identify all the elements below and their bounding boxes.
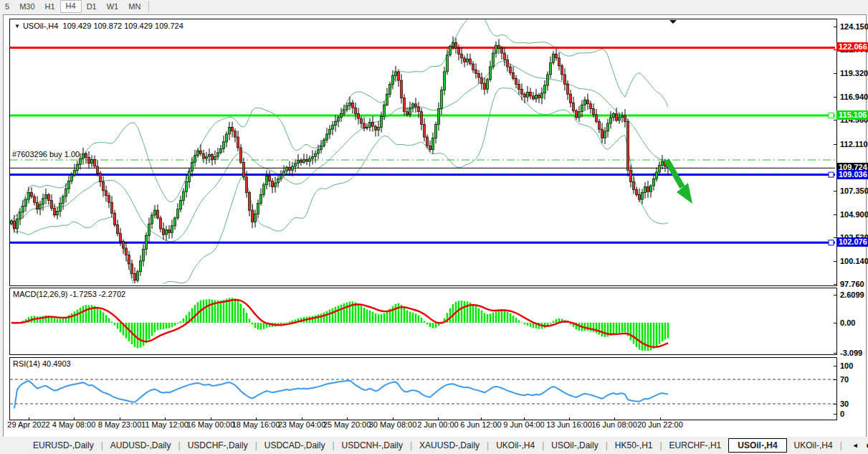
tab-usdcnhdaily[interactable]: USDCNH-,Daily (335, 439, 410, 452)
time-label: 16 Jun 08:00 (591, 420, 637, 429)
chart-tab-bar: EURUSD-,Daily|AUDUSD-,Daily|USDCHF-,Dail… (0, 437, 868, 454)
price-badge-109.036: 109.036 (836, 170, 868, 179)
axis-tick-mark (834, 295, 837, 295)
tab-ukoilh4[interactable]: UKOil-,H4 (787, 439, 840, 452)
chart-window: ▼USOil-,H4 109.429 109.872 109.429 109.7… (3, 14, 867, 438)
timeframe-button-m30[interactable]: M30 (14, 1, 39, 12)
price-badge-122.066: 122.066 (836, 42, 868, 52)
axis-label: 30 (840, 399, 849, 408)
tab-usoilh4[interactable]: USOil-,H4 (728, 438, 786, 453)
axis-tick-mark (834, 191, 837, 191)
chart-dropdown-icon[interactable]: ▼ (14, 23, 20, 29)
rsi-canvas (10, 358, 835, 418)
tab-eurchfh1[interactable]: EURCHF-,H1 (662, 439, 729, 452)
axis-label: 100.140 (840, 257, 868, 265)
tab-eurusddaily[interactable]: EURUSD-,Daily (26, 439, 101, 452)
axis-tick-mark (834, 284, 837, 285)
timeframe-toolbar: 5M30H1H4D1W1MN (0, 0, 868, 13)
tab-usoildaily[interactable]: USOil-,Daily (544, 439, 605, 452)
time-label: 13 Jun 16:00 (546, 420, 592, 429)
price-badge-115.106: 115.106 (836, 110, 868, 120)
axis-tick-mark (834, 214, 837, 215)
tab-ukoilh4[interactable]: UKOil-,H4 (489, 439, 542, 452)
rsi-label: RSI(14) 40.4903 (13, 359, 71, 368)
timeframe-button-d1[interactable]: D1 (82, 1, 102, 12)
horizontal-lines[interactable] (10, 47, 835, 245)
price-axis[interactable]: 124.150121.770119.320116.940114.560112.1… (834, 15, 866, 437)
macd-panel[interactable]: MACD(12,26,9) -1.7253 -2.2702 (9, 288, 837, 355)
axis-label: 107.350 (840, 186, 868, 195)
macd-signal-line (11, 300, 668, 347)
axis-label: 124.150 (840, 22, 868, 31)
axis-label: 104.900 (840, 210, 868, 219)
axis-label: 70 (840, 375, 849, 384)
time-label: 29 Apr 2022 (7, 420, 49, 429)
tab-hk50h1[interactable]: HK50-,H1 (608, 439, 660, 452)
axis-tick-mark (834, 353, 837, 354)
axis-label: 119.320 (840, 69, 868, 77)
axis-tick-mark (834, 366, 837, 366)
time-axis[interactable]: 29 Apr 20224 May 08:008 May 23:0011 May … (6, 417, 834, 436)
time-label: 20 Jun 22:00 (637, 420, 683, 429)
axis-label: -3.099 (840, 349, 862, 357)
chart-ohlc: 109.429 109.872 109.429 109.724 (63, 22, 183, 30)
order-line-label[interactable]: #7603296 buy 1.00 (12, 150, 80, 159)
tab-scroll-left-icon[interactable]: ◄ (852, 442, 859, 449)
macd-canvas (10, 288, 835, 353)
time-label: 4 May 08:00 (52, 420, 96, 429)
price-badge-102.076: 102.076 (836, 237, 868, 247)
axis-label: 0.00 (840, 318, 855, 327)
tab-audusddaily[interactable]: AUDUSD-,Daily (103, 439, 178, 452)
toolbar-separator (148, 1, 149, 11)
axis-tick-mark (834, 261, 837, 262)
hline-handle[interactable] (829, 172, 834, 177)
axis-label: 0 (840, 410, 844, 418)
timeframe-button-mn[interactable]: MN (123, 1, 146, 12)
rsi-line (14, 381, 668, 409)
chart-title: ▼USOil-,H4 109.429 109.872 109.429 109.7… (14, 22, 183, 30)
time-label: 16 May 00:00 (187, 420, 235, 429)
tab-xauusddaily[interactable]: XAUUSD-,Daily (412, 439, 487, 452)
mt4-chart-window: 5M30H1H4D1W1MN ▼USOil-,H4 109.429 109.87… (0, 0, 868, 454)
time-label: 9 Jun 04:00 (503, 420, 545, 429)
axis-label: 116.940 (840, 93, 868, 101)
hline-handle[interactable] (829, 113, 834, 118)
time-label: 2 Jun 00:00 (417, 420, 459, 429)
timeframe-button-h1[interactable]: H1 (40, 1, 60, 12)
price-chart-canvas[interactable] (10, 19, 835, 284)
axis-tick-mark (834, 404, 837, 405)
timeframe-button-w1[interactable]: W1 (102, 1, 124, 12)
axis-tick-mark (834, 27, 837, 27)
time-label: 6 Jun 12:00 (460, 420, 502, 429)
time-label: 11 May 12:00 (141, 420, 189, 429)
time-label: 18 May 16:00 (232, 420, 280, 429)
axis-tick-mark (834, 73, 837, 74)
price-chart-panel[interactable]: ▼USOil-,H4 109.429 109.872 109.429 109.7… (9, 19, 837, 286)
axis-tick-mark (834, 323, 837, 323)
timeframe-button-h4[interactable]: H4 (60, 0, 82, 13)
rsi-panel[interactable]: RSI(14) 40.4903 (9, 357, 837, 420)
time-label: 8 May 23:00 (98, 420, 142, 429)
hline-handle[interactable] (829, 240, 834, 245)
axis-label: 2.6099 (840, 290, 864, 299)
timeframe-button-5[interactable]: 5 (0, 1, 14, 12)
axis-tick-mark (834, 379, 837, 380)
time-label: 30 May 08:00 (369, 420, 417, 429)
arrow-object[interactable] (667, 160, 692, 204)
time-label: 25 May 20:00 (323, 420, 371, 429)
chart-shift-marker[interactable] (669, 20, 677, 24)
time-label: 23 May 04:00 (278, 420, 326, 429)
tab-usdchfdaily[interactable]: USDCHF-,Daily (181, 439, 255, 452)
axis-tick-mark (834, 414, 837, 415)
axis-tick-mark (834, 97, 837, 98)
chart-symbol: USOil-,H4 (23, 22, 59, 30)
axis-label: 112.110 (840, 140, 868, 148)
axis-tick-mark (834, 144, 837, 145)
tab-separator: | (840, 440, 842, 450)
axis-tick-mark (834, 120, 837, 120)
macd-histogram (11, 298, 669, 351)
tab-usdcaddaily[interactable]: USDCAD-,Daily (257, 439, 333, 452)
axis-label: 100 (840, 361, 853, 370)
bollinger-bands (11, 19, 668, 284)
macd-label: MACD(12,26,9) -1.7253 -2.2702 (13, 290, 125, 298)
